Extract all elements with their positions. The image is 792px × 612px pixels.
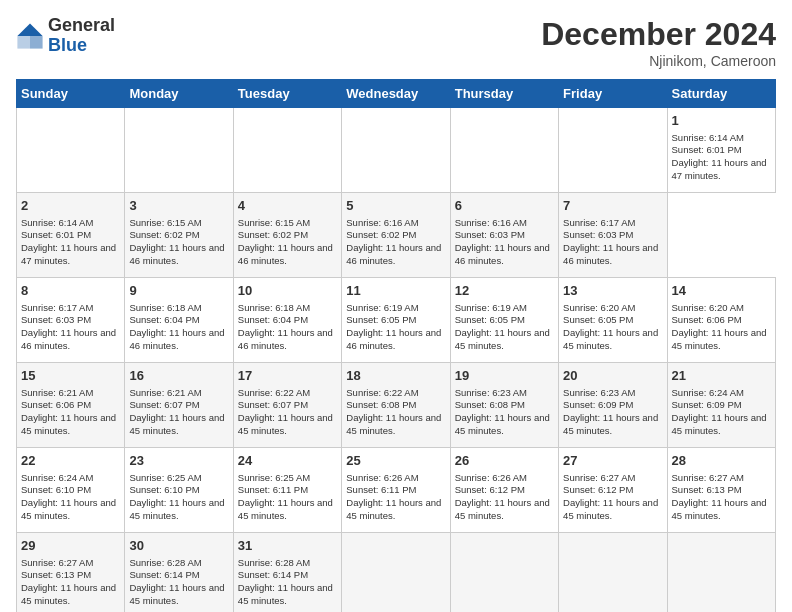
sunrise-text: Sunrise: 6:17 AM [21, 302, 93, 313]
daylight-text: Daylight: 11 hours and 45 minutes. [346, 497, 441, 521]
sunset-text: Sunset: 6:11 PM [346, 484, 416, 495]
sunrise-text: Sunrise: 6:27 AM [563, 472, 635, 483]
daylight-text: Daylight: 11 hours and 46 minutes. [455, 242, 550, 266]
daylight-text: Daylight: 11 hours and 45 minutes. [238, 497, 333, 521]
sunset-text: Sunset: 6:09 PM [563, 399, 633, 410]
calendar-cell: 12Sunrise: 6:19 AMSunset: 6:05 PMDayligh… [450, 278, 558, 363]
daylight-text: Daylight: 11 hours and 45 minutes. [129, 412, 224, 436]
sunset-text: Sunset: 6:08 PM [346, 399, 416, 410]
sunset-text: Sunset: 6:12 PM [455, 484, 525, 495]
day-number: 27 [563, 452, 662, 470]
sunrise-text: Sunrise: 6:14 AM [21, 217, 93, 228]
day-number: 25 [346, 452, 445, 470]
sunrise-text: Sunrise: 6:16 AM [346, 217, 418, 228]
title-area: December 2024 Njinikom, Cameroon [541, 16, 776, 69]
sunset-text: Sunset: 6:10 PM [129, 484, 199, 495]
daylight-text: Daylight: 11 hours and 45 minutes. [672, 412, 767, 436]
sunset-text: Sunset: 6:05 PM [346, 314, 416, 325]
day-number: 15 [21, 367, 120, 385]
calendar-cell: 19Sunrise: 6:23 AMSunset: 6:08 PMDayligh… [450, 363, 558, 448]
day-number: 7 [563, 197, 662, 215]
daylight-text: Daylight: 11 hours and 45 minutes. [563, 497, 658, 521]
sunset-text: Sunset: 6:01 PM [672, 144, 742, 155]
daylight-text: Daylight: 11 hours and 46 minutes. [129, 242, 224, 266]
sunrise-text: Sunrise: 6:24 AM [21, 472, 93, 483]
sunrise-text: Sunrise: 6:27 AM [21, 557, 93, 568]
daylight-text: Daylight: 11 hours and 45 minutes. [563, 327, 658, 351]
daylight-text: Daylight: 11 hours and 45 minutes. [238, 582, 333, 606]
daylight-text: Daylight: 11 hours and 45 minutes. [455, 327, 550, 351]
page-header: General Blue December 2024 Njinikom, Cam… [16, 16, 776, 69]
sunrise-text: Sunrise: 6:24 AM [672, 387, 744, 398]
sunset-text: Sunset: 6:11 PM [238, 484, 308, 495]
calendar-cell [667, 533, 775, 613]
sunset-text: Sunset: 6:05 PM [455, 314, 525, 325]
calendar-week-5: 22Sunrise: 6:24 AMSunset: 6:10 PMDayligh… [17, 448, 776, 533]
calendar-cell: 1Sunrise: 6:14 AMSunset: 6:01 PMDaylight… [667, 108, 775, 193]
calendar-header: Sunday Monday Tuesday Wednesday Thursday… [17, 80, 776, 108]
sunrise-text: Sunrise: 6:15 AM [129, 217, 201, 228]
sunset-text: Sunset: 6:12 PM [563, 484, 633, 495]
day-number: 9 [129, 282, 228, 300]
calendar-cell: 11Sunrise: 6:19 AMSunset: 6:05 PMDayligh… [342, 278, 450, 363]
sunset-text: Sunset: 6:05 PM [563, 314, 633, 325]
calendar-cell: 14Sunrise: 6:20 AMSunset: 6:06 PMDayligh… [667, 278, 775, 363]
day-number: 16 [129, 367, 228, 385]
daylight-text: Daylight: 11 hours and 45 minutes. [563, 412, 658, 436]
daylight-text: Daylight: 11 hours and 45 minutes. [21, 412, 116, 436]
sunset-text: Sunset: 6:02 PM [346, 229, 416, 240]
day-number: 21 [672, 367, 771, 385]
sunrise-text: Sunrise: 6:22 AM [238, 387, 310, 398]
sunrise-text: Sunrise: 6:22 AM [346, 387, 418, 398]
day-number: 8 [21, 282, 120, 300]
col-wednesday: Wednesday [342, 80, 450, 108]
sunset-text: Sunset: 6:03 PM [455, 229, 525, 240]
sunset-text: Sunset: 6:01 PM [21, 229, 91, 240]
day-number: 18 [346, 367, 445, 385]
sunset-text: Sunset: 6:02 PM [238, 229, 308, 240]
col-thursday: Thursday [450, 80, 558, 108]
daylight-text: Daylight: 11 hours and 45 minutes. [455, 497, 550, 521]
sunrise-text: Sunrise: 6:28 AM [129, 557, 201, 568]
calendar-cell: 8Sunrise: 6:17 AMSunset: 6:03 PMDaylight… [17, 278, 125, 363]
sunrise-text: Sunrise: 6:18 AM [129, 302, 201, 313]
col-sunday: Sunday [17, 80, 125, 108]
daylight-text: Daylight: 11 hours and 45 minutes. [21, 582, 116, 606]
daylight-text: Daylight: 11 hours and 46 minutes. [238, 242, 333, 266]
calendar-week-1: 1Sunrise: 6:14 AMSunset: 6:01 PMDaylight… [17, 108, 776, 193]
sunrise-text: Sunrise: 6:23 AM [455, 387, 527, 398]
calendar-cell [450, 533, 558, 613]
calendar-cell: 28Sunrise: 6:27 AMSunset: 6:13 PMDayligh… [667, 448, 775, 533]
sunset-text: Sunset: 6:03 PM [21, 314, 91, 325]
day-number: 14 [672, 282, 771, 300]
calendar-cell: 27Sunrise: 6:27 AMSunset: 6:12 PMDayligh… [559, 448, 667, 533]
sunrise-text: Sunrise: 6:17 AM [563, 217, 635, 228]
calendar-cell: 21Sunrise: 6:24 AMSunset: 6:09 PMDayligh… [667, 363, 775, 448]
day-number: 4 [238, 197, 337, 215]
day-number: 31 [238, 537, 337, 555]
calendar-cell [233, 108, 341, 193]
col-friday: Friday [559, 80, 667, 108]
daylight-text: Daylight: 11 hours and 45 minutes. [672, 497, 767, 521]
daylight-text: Daylight: 11 hours and 45 minutes. [238, 412, 333, 436]
sunrise-text: Sunrise: 6:16 AM [455, 217, 527, 228]
calendar-cell [17, 108, 125, 193]
calendar-body: 1Sunrise: 6:14 AMSunset: 6:01 PMDaylight… [17, 108, 776, 613]
sunrise-text: Sunrise: 6:21 AM [129, 387, 201, 398]
sunrise-text: Sunrise: 6:25 AM [238, 472, 310, 483]
calendar-cell: 23Sunrise: 6:25 AMSunset: 6:10 PMDayligh… [125, 448, 233, 533]
calendar-cell: 16Sunrise: 6:21 AMSunset: 6:07 PMDayligh… [125, 363, 233, 448]
calendar-table: Sunday Monday Tuesday Wednesday Thursday… [16, 79, 776, 612]
day-number: 30 [129, 537, 228, 555]
calendar-cell [125, 108, 233, 193]
header-row: Sunday Monday Tuesday Wednesday Thursday… [17, 80, 776, 108]
sunset-text: Sunset: 6:04 PM [129, 314, 199, 325]
daylight-text: Daylight: 11 hours and 46 minutes. [346, 327, 441, 351]
daylight-text: Daylight: 11 hours and 45 minutes. [455, 412, 550, 436]
sunset-text: Sunset: 6:10 PM [21, 484, 91, 495]
calendar-cell: 22Sunrise: 6:24 AMSunset: 6:10 PMDayligh… [17, 448, 125, 533]
day-number: 10 [238, 282, 337, 300]
sunset-text: Sunset: 6:13 PM [21, 569, 91, 580]
daylight-text: Daylight: 11 hours and 46 minutes. [563, 242, 658, 266]
logo-icon [16, 22, 44, 50]
